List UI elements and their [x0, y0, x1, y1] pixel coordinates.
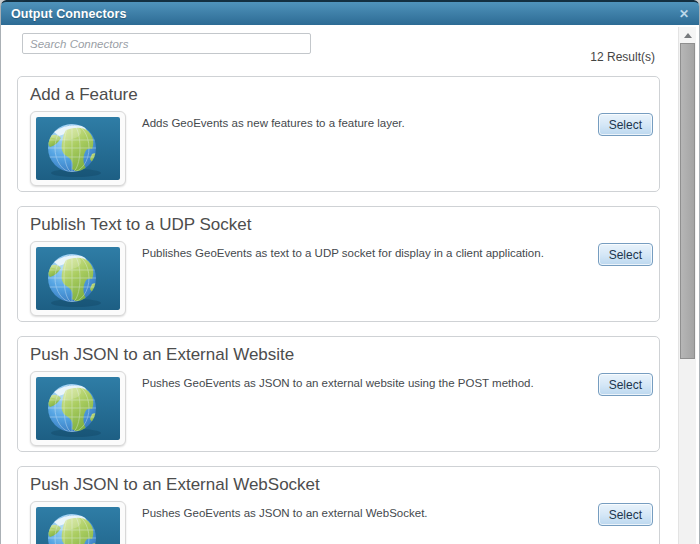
search-input[interactable]: [22, 33, 311, 54]
connector-card-add-a-feature: Add a Feature Adds GeoEvents as new feat…: [17, 76, 660, 192]
scrollbar-up-button[interactable]: [679, 27, 696, 43]
globe-icon: [36, 377, 120, 440]
connector-title: Push JSON to an External WebSocket: [30, 474, 653, 496]
connector-title: Add a Feature: [30, 84, 653, 106]
globe-icon: [36, 117, 120, 180]
connector-thumbnail: [30, 111, 126, 186]
connector-title: Publish Text to a UDP Socket: [30, 214, 653, 236]
connector-description: Pushes GeoEvents as JSON to an external …: [142, 376, 588, 390]
dialog-title: Output Connectors: [11, 7, 127, 21]
output-connectors-dialog: Output Connectors ✕ 12 Result(s) Add a F…: [0, 0, 700, 544]
connector-description: Adds GeoEvents as new features to a feat…: [142, 116, 588, 130]
connector-title: Push JSON to an External Website: [30, 344, 653, 366]
connector-description: Publishes GeoEvents as text to a UDP soc…: [142, 246, 588, 260]
dialog-titlebar: Output Connectors ✕: [1, 0, 699, 25]
connector-card-push-json-website: Push JSON to an External Website Pushes …: [17, 336, 660, 452]
connector-card-publish-text-udp: Publish Text to a UDP Socket Publishes G…: [17, 206, 660, 322]
connector-description: Pushes GeoEvents as JSON to an external …: [142, 506, 588, 520]
select-button[interactable]: Select: [598, 243, 653, 266]
connector-thumbnail: [30, 371, 126, 446]
close-icon[interactable]: ✕: [679, 8, 689, 20]
globe-icon: [36, 247, 120, 310]
globe-icon: [36, 507, 120, 544]
connector-thumbnail: [30, 241, 126, 316]
select-button[interactable]: Select: [598, 503, 653, 526]
vertical-scrollbar[interactable]: [678, 27, 696, 544]
results-count: 12 Result(s): [590, 50, 655, 64]
select-button[interactable]: Select: [598, 113, 653, 136]
up-arrow-icon: [684, 33, 692, 38]
select-button[interactable]: Select: [598, 373, 653, 396]
scrollbar-thumb[interactable]: [680, 43, 695, 359]
connector-list: Add a Feature Adds GeoEvents as new feat…: [17, 76, 660, 544]
connector-card-push-json-websocket: Push JSON to an External WebSocket Pushe…: [17, 466, 660, 544]
connector-thumbnail: [30, 501, 126, 544]
